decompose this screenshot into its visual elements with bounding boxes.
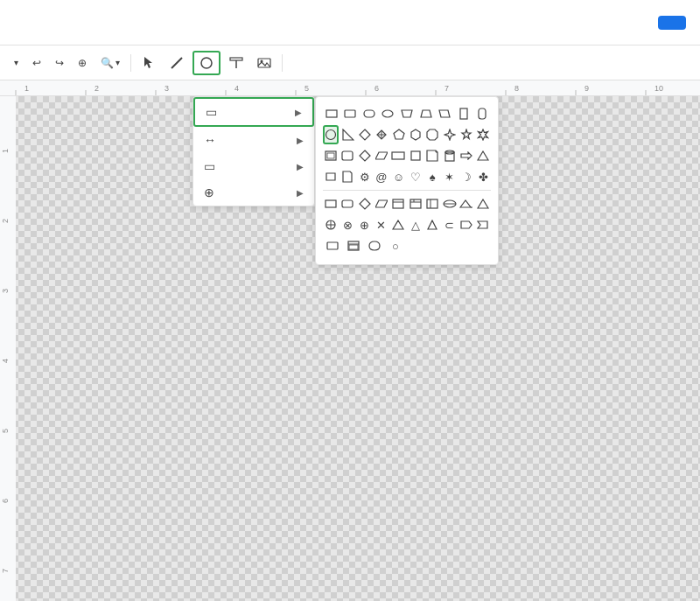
shape-s8[interactable]: [442, 194, 457, 213]
shape-right-triangle[interactable]: [340, 125, 355, 144]
shape-u4[interactable]: ○: [386, 236, 405, 255]
svg-marker-88: [393, 220, 403, 229]
shape-arrow-right[interactable]: [458, 146, 473, 165]
shape-diamond[interactable]: [357, 125, 372, 144]
shape-star4[interactable]: [442, 125, 457, 144]
svg-marker-54: [462, 129, 471, 139]
shape-s10[interactable]: [476, 194, 491, 213]
shape-tall-rect[interactable]: [455, 104, 472, 123]
text-tool-button[interactable]: [224, 51, 248, 75]
shape-cross[interactable]: ✤: [476, 167, 491, 186]
shape-rect-double[interactable]: [323, 146, 338, 165]
shape-rect4[interactable]: [408, 146, 423, 165]
shape-smiley[interactable]: ☺: [391, 167, 406, 186]
shape-parallelogram3[interactable]: [323, 167, 338, 186]
image-tool-button[interactable]: [252, 51, 276, 75]
shape-circle-selected[interactable]: [323, 125, 339, 144]
shape-s2[interactable]: [340, 194, 354, 213]
svg-rect-92: [327, 242, 338, 249]
svg-rect-75: [410, 199, 421, 208]
shape-s7[interactable]: [424, 194, 439, 213]
shape-trapezoid2[interactable]: [417, 104, 435, 123]
shape-hexagon[interactable]: [408, 125, 423, 144]
shapes-dropdown-menu: ▭ ▶ ↔ ▶ ▭ ▶ ⊕ ▶: [192, 96, 315, 206]
line-tool-button[interactable]: [164, 51, 189, 75]
shapes-menu-icon: ▭: [206, 105, 217, 119]
svg-rect-61: [392, 152, 404, 159]
shape-spade[interactable]: ♠: [424, 167, 439, 186]
shape-moon[interactable]: ☽: [458, 167, 473, 186]
shape-tall-rect2[interactable]: [474, 104, 492, 123]
shape-rounded-rect[interactable]: [360, 104, 378, 123]
equation-menu-item[interactable]: ⊕ ▶: [193, 179, 314, 206]
pointer-tool-button[interactable]: [136, 51, 161, 75]
shape-rect3[interactable]: [391, 146, 406, 165]
shape-diamond2[interactable]: [374, 125, 389, 144]
equation-menu-item-left: ⊕: [204, 185, 221, 199]
save-close-button[interactable]: [658, 16, 686, 30]
shape-t7[interactable]: [424, 215, 439, 234]
undo-button[interactable]: ↩: [27, 51, 46, 75]
shapes-menu-item-left: ▭: [206, 105, 224, 119]
shape-u2[interactable]: [344, 236, 363, 255]
shape-folded[interactable]: [424, 146, 439, 165]
shapes-row-5: [323, 194, 491, 213]
svg-point-44: [326, 130, 336, 140]
shape-s9[interactable]: [458, 194, 473, 213]
shape-t9[interactable]: [458, 215, 473, 234]
shape-octagon[interactable]: [425, 125, 440, 144]
canvas-area[interactable]: 1 2 3 4 5 6 7 ▭ ▶ ↔ ▶ ▭: [0, 96, 700, 601]
actions-menu-button[interactable]: ▾: [7, 51, 24, 75]
redo-button[interactable]: ↪: [50, 51, 69, 75]
shape-t4[interactable]: ✕: [374, 215, 388, 234]
callouts-menu-item[interactable]: ▭ ▶: [193, 153, 314, 179]
shape-parallelogram[interactable]: [436, 104, 453, 123]
shape-triangle[interactable]: [476, 146, 491, 165]
shape-t8[interactable]: ⊂: [442, 215, 457, 234]
shape-s3[interactable]: [357, 194, 372, 213]
shape-doc[interactable]: [340, 167, 354, 186]
shape-tool-button[interactable]: [192, 51, 220, 75]
svg-text:8: 8: [514, 84, 519, 93]
shapes-menu-item[interactable]: ▭ ▶: [193, 97, 314, 127]
svg-rect-70: [342, 200, 353, 207]
shape-star5[interactable]: [458, 125, 473, 144]
shapes-row-2: [323, 125, 491, 144]
shape-u1[interactable]: [323, 236, 342, 255]
shape-t6[interactable]: △: [408, 215, 423, 234]
shape-t2[interactable]: ⊗: [340, 215, 354, 234]
svg-rect-4: [258, 59, 270, 67]
shape-s4[interactable]: [374, 194, 388, 213]
actions-dropdown-arrow: ▾: [14, 58, 18, 67]
shape-trapezoid[interactable]: [398, 104, 416, 123]
shape-parallelogram2[interactable]: [374, 146, 388, 165]
shape-at[interactable]: @: [374, 167, 388, 186]
shape-s1[interactable]: [323, 194, 338, 213]
shape-t3[interactable]: ⊕: [357, 215, 372, 234]
shape-t5[interactable]: [391, 215, 406, 234]
shape-star6[interactable]: [476, 125, 491, 144]
shape-round-corner[interactable]: [340, 146, 354, 165]
shape-sun[interactable]: ✶: [442, 167, 457, 186]
shape-heart[interactable]: ♡: [408, 167, 423, 186]
shape-gear[interactable]: ⚙: [357, 167, 372, 186]
shape-t10[interactable]: [476, 215, 491, 234]
shape-u3[interactable]: [365, 236, 384, 255]
svg-text:1: 1: [1, 149, 10, 153]
shape-pentagon[interactable]: [391, 125, 406, 144]
line-icon: [170, 56, 184, 70]
shape-s5[interactable]: [391, 194, 406, 213]
move-button[interactable]: ⊕: [73, 51, 92, 75]
shape-oval[interactable]: [380, 104, 397, 123]
shape-rect[interactable]: [323, 104, 340, 123]
shape-s6[interactable]: [408, 194, 423, 213]
svg-rect-42: [460, 108, 467, 119]
shape-cylinder[interactable]: [442, 146, 457, 165]
shapes-submenu: ⚙ @ ☺ ♡ ♠ ✶ ☽ ✤: [315, 96, 499, 265]
arrows-menu-item[interactable]: ↔ ▶: [193, 127, 314, 153]
format-options-button[interactable]: [288, 51, 298, 75]
shape-rotated-diamond[interactable]: [357, 146, 372, 165]
shape-rect2[interactable]: [342, 104, 360, 123]
zoom-button[interactable]: 🔍▾: [95, 51, 125, 75]
shape-t1[interactable]: [323, 215, 338, 234]
